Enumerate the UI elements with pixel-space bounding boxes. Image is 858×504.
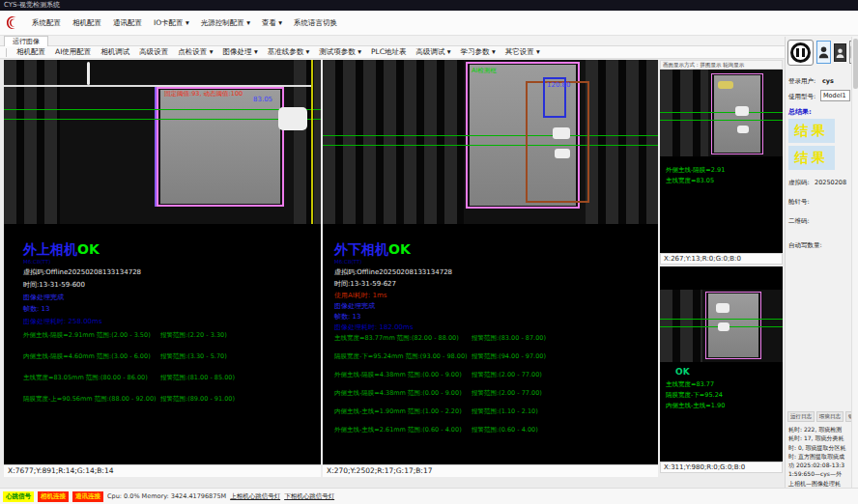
measurement-text: 主线宽度=83.05mm 范围:(80.00 - 86.00) (23, 374, 148, 381)
person-dark-icon (836, 47, 844, 59)
menu-item[interactable]: 查看 ▾ (256, 15, 288, 31)
measurement-alarm: 报警范围:(89.00 - 91.00) (160, 395, 235, 404)
toolbar-item[interactable]: 基准线参数 ▾ (263, 46, 315, 58)
thumb-measure-line: 主线宽度=83.05 (666, 177, 714, 185)
baseline-green (660, 319, 783, 320)
elapsed-line: 图像处理耗时: 182.00ms (334, 322, 414, 332)
app-logo-icon (4, 14, 20, 31)
camera-subcode: M6:C8(TT) (23, 259, 50, 265)
result-ok-badge: OK (77, 241, 100, 257)
control-panel: 登录用户: cys 使用型号: Model1 总结果: 结果 结果 虚拟码: 2… (785, 37, 851, 488)
camera-image-upper[interactable]: 固定阈值:93, 动态阈值:100 83.05 (4, 60, 321, 224)
camera-panel-lower: AI检测框 120.80 外下相机OK M6:C8(TT) 虚拟码:Offlin… (323, 60, 658, 477)
login-user-value[interactable]: cys (822, 77, 834, 85)
measurement-text: 内侧主线-隔膜=4.60mm 范围:(3.00 - 6.00) (23, 352, 151, 360)
baseline-green (4, 119, 321, 120)
thumb-panel-bottom: OK 主线宽度=83.77 隔膜宽度-下=95.24 内侧主线-主线=1.90 (660, 266, 783, 462)
user-login-button[interactable] (816, 41, 831, 64)
app-window: CYS-视觉检测系统 系统配置相机配置通讯配置IO卡配置 ▾光源控制配置 ▾查看… (0, 0, 858, 504)
measurement-text: 主线宽度=83.77mm 范围:(82.00 - 88.00) (334, 334, 459, 342)
measurement-row: 外侧主线-隔膜=4.38mm 范围:(0.00 - 9.00) 报警范围:(2.… (334, 371, 653, 389)
process-done-line: 图像处理完成 (23, 293, 64, 302)
model-label: 使用型号: (788, 93, 815, 101)
result-ok-badge: OK (388, 241, 411, 257)
toolbar-item[interactable]: 学习参数 ▾ (456, 46, 500, 58)
menu-item[interactable]: 通讯配置 (107, 15, 148, 31)
toolbar-item[interactable]: 相机配置 (12, 46, 50, 58)
toolbar-item[interactable]: 高级调试 ▾ (411, 46, 455, 58)
elapsed-line: 图像处理耗时: 258.00ms (23, 317, 102, 326)
toolbar-item[interactable]: 其它设置 ▾ (500, 46, 545, 58)
thumb-measure-line: 外侧主线-隔膜=2.91 (666, 166, 725, 175)
log-tab[interactable]: 瑕疵日志 (816, 411, 844, 422)
measurement-list: 主线宽度=83.77mm 范围:(82.00 - 88.00) 报警范围:(83… (334, 334, 653, 444)
thumb-measure-line: 主线宽度=83.77 (666, 380, 714, 389)
scrollbar-thumb[interactable] (853, 39, 858, 89)
baseline-green (660, 120, 783, 121)
measurement-row: 主线宽度=83.05mm 范围:(80.00 - 86.00) 报警范围:(81… (23, 374, 313, 395)
clamp-highlight (278, 107, 307, 130)
toolbar-item[interactable]: 图像处理 ▾ (218, 46, 263, 58)
thumb-image-top[interactable] (660, 70, 783, 156)
tab-run-image[interactable]: 运行图像 (4, 36, 48, 46)
toolbar-item[interactable]: 点检设置 ▾ (173, 46, 217, 58)
defect-highlight (718, 322, 729, 331)
result-display-2: 结果 (788, 146, 835, 170)
cursor-coords-thumb-top: X:267;Y:13;R:0;G:0;B:0 (660, 253, 783, 265)
measurement-row: 主线宽度=83.77mm 范围:(82.00 - 88.00) 报警范围:(83… (334, 334, 653, 352)
total-result-label: 总结果: (788, 107, 812, 117)
measurement-alarm: 报警范围:(0.60 - 4.00) (472, 426, 538, 434)
toolbar-item[interactable]: 高级设置 (134, 46, 173, 58)
toolbar-item[interactable]: AI使用配置 (50, 46, 96, 58)
window-title: CYS-视觉检测系统 (4, 1, 60, 9)
measurement-alarm: 报警范围:(2.00 - 77.00) (472, 389, 542, 398)
defect-highlight (553, 127, 570, 139)
pin-number-label: 舱针号: (788, 198, 810, 207)
measurement-text: 外侧主线-主线=2.61mm 范围:(0.60 - 4.00) (334, 426, 462, 434)
bright-mark (87, 62, 90, 85)
camera-panel-upper: 固定阈值:93, 动态阈值:100 83.05 外上相机OK M6:C8(TT)… (4, 60, 321, 477)
menu-item[interactable]: 相机配置 (67, 15, 107, 31)
toolbar-item[interactable]: PLC地址表 (366, 46, 411, 58)
measurement-alarm: 报警范围:(3.30 - 5.70) (160, 352, 227, 361)
measurement-text: 内侧主线-主线=1.90mm 范围:(1.00 - 2.20) (334, 407, 462, 415)
cursor-coords-lower: X:270;Y:2502;R:17;G:17;B:17 (323, 464, 658, 477)
pause-icon (790, 42, 811, 63)
virtual-code-line: 虚拟码:Offline20250208133134728 (23, 267, 141, 277)
thumb-panel-top: 外侧主线-隔膜=2.91 主线宽度=83.05 (660, 70, 783, 253)
measurement-row: 隔膜宽度-下=95.24mm 范围:(93.00 - 98.00) 报警范围:(… (334, 352, 653, 371)
virtual-code-label: 虚拟码: (788, 179, 810, 187)
defect-highlight (735, 106, 749, 116)
measurement-row: 外侧主线-隔膜=2.91mm 范围:(2.00 - 3.50) 报警范围:(2.… (23, 331, 313, 352)
pause-button[interactable] (787, 40, 814, 66)
product-region (708, 294, 758, 357)
virtual-code-line: 虚拟码:Offline20250208133134728 (334, 267, 452, 277)
menu-item[interactable]: 光源控制配置 ▾ (195, 15, 256, 31)
comm-connect-badge: 通讯连接 (72, 491, 103, 502)
camera-result-title: 外上相机OK (23, 241, 100, 259)
login-user-label: 登录用户: (788, 77, 815, 86)
menu-item[interactable]: IO卡配置 ▾ (148, 15, 195, 31)
menu-item[interactable]: 系统语言切换 (288, 15, 343, 31)
qr-code-label: 二维码: (788, 217, 810, 226)
menu-item[interactable]: 系统配置 (26, 15, 67, 31)
thumb-image-bottom[interactable] (660, 290, 783, 362)
camera-image-lower[interactable]: AI检测框 120.80 (323, 60, 658, 224)
baseline-green (323, 145, 658, 146)
ai-elapsed-line: 使用AI耗时: 1ms (334, 291, 386, 300)
log-tab[interactable]: 运行日志 (787, 411, 815, 422)
measurement-text: 内侧主线-隔膜=4.38mm 范围:(0.00 - 9.00) (334, 389, 462, 397)
frame-count-line: 帧数: 13 (23, 304, 50, 314)
baseline-yellow (311, 60, 313, 224)
frame-count-line: 帧数: 13 (334, 312, 361, 322)
defect-highlight (737, 126, 749, 133)
toolbar-item[interactable]: 测试项参数 ▾ (314, 46, 366, 58)
camera-name: 外上相机 (23, 241, 77, 257)
thumb-measure-line: 内侧主线-主线=1.90 (666, 402, 725, 410)
toolbar-item[interactable]: 相机调试 (96, 46, 134, 58)
measure-overlay-value: 83.05 (253, 96, 272, 103)
model-select[interactable]: Model1 (820, 90, 850, 101)
display-mode-header[interactable]: 画面显示方式：拼图显示 轮询显示 (660, 60, 783, 70)
operator-button[interactable] (834, 43, 846, 62)
measurement-row: 内侧主线-隔膜=4.38mm 范围:(0.00 - 9.00) 报警范围:(2.… (334, 389, 653, 407)
